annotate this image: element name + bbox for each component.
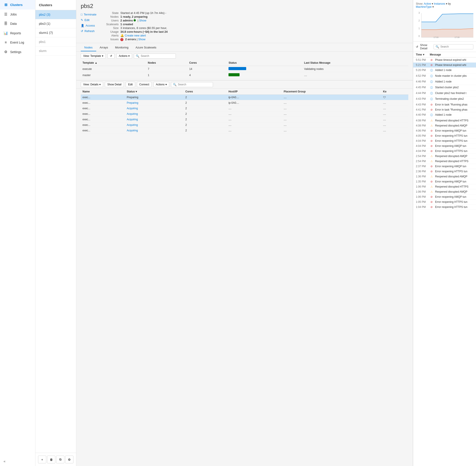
event-search-input[interactable]: [440, 45, 471, 48]
chart-area: Show: Active ▾ Instances ▾ by MachineTyp…: [413, 0, 476, 42]
access-button[interactable]: 👤 Access: [81, 23, 96, 28]
lower-table-row[interactable]: exec... Preparing 2 ip-0A0.... .... ....: [81, 100, 408, 106]
event-time: 2:36 PM: [416, 170, 428, 173]
event-list-item[interactable]: 2:37 PM ⊘ Error reopening AMQP tun: [413, 164, 476, 169]
tab-azure-scalesets[interactable]: Azure Scalesets: [132, 44, 160, 51]
event-col-time[interactable]: Time ▾: [416, 53, 428, 56]
cell-name: exec...: [81, 106, 125, 111]
event-list-item[interactable]: 4:04 PM ⊘ Error reopening HTTPS tun: [413, 149, 476, 154]
upper-search-input[interactable]: [141, 54, 174, 58]
lower-table-row[interactable]: exec... Acquiring 2 .... .... ....: [81, 128, 408, 133]
event-log-refresh-icon[interactable]: ↺: [416, 45, 418, 48]
sidebar-item-eventlog[interactable]: ≡ Event Log: [0, 38, 35, 47]
connect-button[interactable]: Connect: [137, 82, 152, 87]
event-list-item[interactable]: 2:54 PM ⚠ Reopened disrupted AMQP: [413, 154, 476, 159]
create-alert-link[interactable]: Create new alert: [125, 34, 146, 37]
cluster-list-item-slurm1[interactable]: slurm1 (7): [35, 28, 76, 37]
event-list-item[interactable]: 1:35 PM ⊘ Error reopening AMQP tun: [413, 179, 476, 184]
event-list-item[interactable]: 1:36 PM ⚠ Reopened disrupted AMQP: [413, 174, 476, 179]
sidebar-item-reports[interactable]: 📊 Reports: [0, 28, 35, 38]
show-detail-label[interactable]: Show Detail: [420, 43, 432, 50]
issues-show-link[interactable]: Show: [138, 38, 146, 41]
sidebar-item-data[interactable]: 🗄 Data: [0, 19, 35, 28]
event-list-item[interactable]: 4:06 PM ⊘ Error reopening AMQP tun: [413, 128, 476, 133]
chart-active-link[interactable]: Active: [424, 2, 431, 5]
sidebar-collapse-button[interactable]: «: [3, 459, 6, 463]
event-list-item[interactable]: 1:06 PM ⊘ Error reopening AMQP tun: [413, 194, 476, 199]
edit-button[interactable]: ✎ Edit: [81, 18, 96, 22]
event-list-item[interactable]: 4:43 PM ⓘ Terminating cluster pbs2: [413, 96, 476, 102]
event-message: Error reopening AMQP tun: [435, 165, 473, 168]
tab-monitoring[interactable]: Monitoring: [112, 44, 132, 51]
event-message: Error reopening AMQP tun: [435, 180, 473, 183]
event-list-item[interactable]: 5:21 PM ⊘ Phase timeout expired whi: [413, 63, 476, 68]
lower-table-row[interactable]: exec... Acquiring 2 .... .... ....: [81, 106, 408, 111]
terminate-button[interactable]: □ Terminate: [81, 12, 96, 17]
cluster-settings-button[interactable]: ⚙: [65, 456, 73, 463]
edit-instance-button[interactable]: Edit: [126, 82, 135, 87]
tab-nodes[interactable]: Nodes: [81, 44, 96, 51]
upper-table-row[interactable]: execute 7 14 Validating nodes: [81, 66, 408, 72]
cluster-list-item-pbs2[interactable]: pbs2 (3): [35, 10, 76, 19]
event-list-item[interactable]: 1:04 PM ⊘ Error reopening HTTPS tun: [413, 205, 476, 210]
sidebar-item-jobs[interactable]: ☰ Jobs: [0, 10, 35, 19]
tab-arrays[interactable]: Arrays: [96, 44, 112, 51]
lower-table-row[interactable]: exec... Acquiring 2 .... .... ....: [81, 117, 408, 122]
event-list-item[interactable]: 4:04 PM ⊘ Error reopening HTTPS tun: [413, 139, 476, 143]
event-list-item[interactable]: 4:52 PM ⓘ Node master in cluster pbs: [413, 73, 476, 79]
event-message: Error reopening HTTPS tun: [435, 170, 473, 173]
event-message: Reopened disrupted AMQP: [435, 175, 473, 178]
cell-host: ....: [227, 117, 282, 122]
lower-table-row[interactable]: exec... Acquiring 2 .... .... ....: [81, 111, 408, 117]
upper-table-row[interactable]: master 1 4 ....: [81, 72, 408, 78]
cluster-list-item-pbs1[interactable]: pbs1: [35, 37, 76, 47]
view-template-button[interactable]: View: Template ▾: [81, 53, 106, 58]
sidebar-item-clusters[interactable]: ⊞ Clusters: [0, 0, 35, 10]
event-list-item[interactable]: 4:44 PM ⓘ Cluster pbs2 has finished t: [413, 91, 476, 96]
lower-actions-button[interactable]: Actions ▾: [153, 82, 169, 87]
users-show-link[interactable]: Show: [139, 19, 146, 22]
add-cluster-button[interactable]: +: [38, 456, 46, 463]
event-list-item[interactable]: 4:05 PM ⊘ Error reopening HTTPS tun: [413, 133, 476, 139]
event-list-item[interactable]: 4:45 PM ⓘ Started cluster pbs2: [413, 85, 476, 91]
event-list-item[interactable]: 5:20 PM ⓘ Added 1 node: [413, 68, 476, 73]
event-list-item[interactable]: 1:06 PM ⚠ Reopened disrupted AMQP: [413, 189, 476, 194]
event-list-item[interactable]: 4:41 PM ⊘ Error in task "Running phas: [413, 107, 476, 112]
event-list-item[interactable]: 4:04 PM ⊘ Error reopening AMQP tun: [413, 143, 476, 149]
chart-instances-link[interactable]: Instances: [434, 2, 445, 5]
cell-template: execute: [81, 66, 146, 72]
view-details-button[interactable]: View: Details ▾: [81, 82, 103, 87]
event-list-item[interactable]: 1:06 PM ⚠ Reopened disrupted HTTPS: [413, 184, 476, 189]
event-list-item[interactable]: 5:51 PM ⊘ Phase timeout expired whi: [413, 58, 476, 63]
error-icon: ⊘: [430, 200, 433, 203]
cell-placement: ....: [282, 100, 381, 106]
event-list-item[interactable]: 1:05 PM ⊘ Error reopening HTTPS tun: [413, 199, 476, 205]
lower-table-row[interactable]: exec... Acquiring 2 .... .... ....: [81, 122, 408, 128]
actions-button[interactable]: Actions ▾: [116, 53, 132, 58]
event-list-item[interactable]: 4:43 PM ⊘ Error in task "Running phas: [413, 102, 476, 107]
copy-cluster-button[interactable]: ⧉: [56, 456, 64, 463]
chart-machinetype-link[interactable]: MachineType: [416, 5, 431, 8]
cell-host: ip-0A0....: [227, 95, 282, 100]
event-list-item[interactable]: 4:46 PM ⓘ Added 1 node: [413, 79, 476, 85]
error-icon: ⊘: [430, 205, 433, 209]
cluster-list-item-slurm[interactable]: slurm: [35, 47, 76, 56]
delete-cluster-button[interactable]: 🗑: [47, 456, 55, 463]
event-list-item[interactable]: 4:08 PM ⚠ Reopened disrupted AMQP: [413, 123, 476, 128]
col-template[interactable]: Template ▲: [81, 60, 146, 66]
event-list-item[interactable]: 4:40 PM ⓘ Added 1 node: [413, 112, 476, 118]
users-label: Users: [106, 19, 118, 22]
event-list-item[interactable]: 4:08 PM ⚠ Reopened disrupted HTTPS: [413, 118, 476, 123]
cluster-list-item-pbs3[interactable]: pbs3 (1): [35, 19, 76, 28]
cell-ke: ....: [381, 117, 408, 122]
data-icon: 🗄: [3, 22, 8, 26]
show-detail-button[interactable]: Show Detail: [105, 82, 124, 87]
lower-search-input[interactable]: [178, 83, 211, 86]
lower-table-row[interactable]: exec... Preparing 2 ip-0A0.... .... 🛡: [81, 95, 408, 100]
warning-icon: ⚠: [430, 190, 433, 193]
event-list-item[interactable]: 2:36 PM ⊘ Error reopening HTTPS tun: [413, 169, 476, 174]
sidebar-item-settings[interactable]: ⚙ Settings: [0, 47, 35, 57]
event-list-item[interactable]: 2:54 PM ⚠ Reopened disrupted HTTPS: [413, 159, 476, 164]
refresh-nodes-button[interactable]: ↺: [107, 53, 115, 58]
refresh-button[interactable]: ↺ Refresh: [81, 29, 96, 33]
